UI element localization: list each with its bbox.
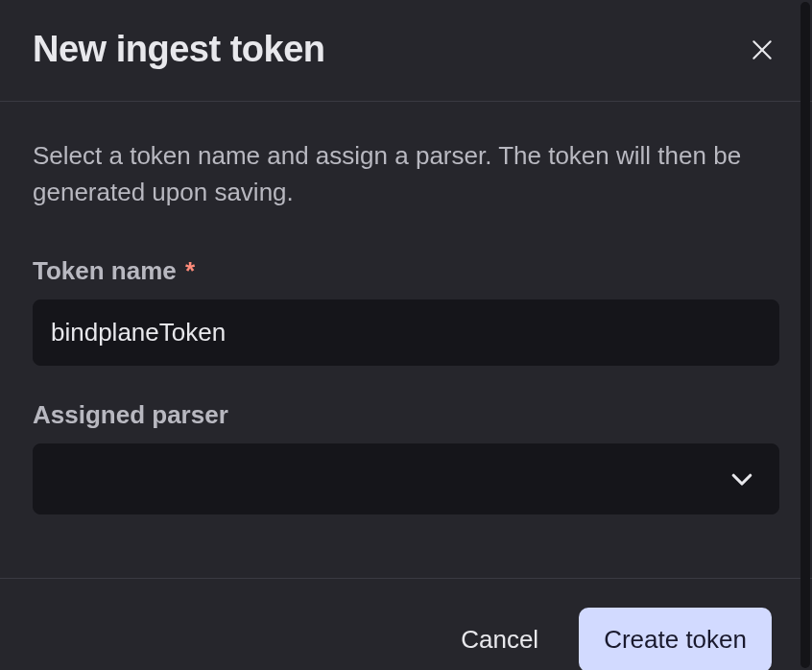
create-token-button[interactable]: Create token <box>579 608 772 670</box>
scrollbar-track[interactable] <box>800 2 810 668</box>
close-button[interactable] <box>745 33 779 67</box>
assigned-parser-select[interactable] <box>33 443 779 514</box>
dialog-body: Select a token name and assign a parser.… <box>0 102 812 578</box>
assigned-parser-label: Assigned parser <box>33 400 779 430</box>
assigned-parser-select-wrapper <box>33 443 779 514</box>
token-name-label-text: Token name <box>33 256 177 285</box>
close-icon <box>750 37 775 62</box>
dialog-footer: Cancel Create token <box>0 578 812 670</box>
token-name-field: Token name * <box>33 256 779 366</box>
token-name-label: Token name * <box>33 256 779 286</box>
cancel-button[interactable]: Cancel <box>449 617 550 662</box>
assigned-parser-field: Assigned parser <box>33 400 779 514</box>
dialog-header: New ingest token <box>0 0 812 102</box>
required-asterisk: * <box>185 256 195 285</box>
new-ingest-token-dialog: New ingest token Select a token name and… <box>0 0 812 670</box>
dialog-title: New ingest token <box>33 29 325 70</box>
token-name-input[interactable] <box>33 299 779 366</box>
dialog-description: Select a token name and assign a parser.… <box>33 138 779 210</box>
